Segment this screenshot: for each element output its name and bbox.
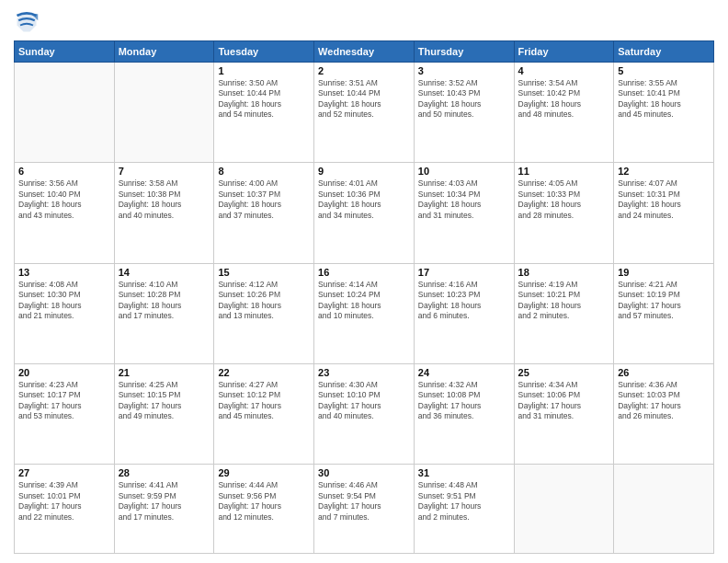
- day-number: 7: [119, 166, 210, 177]
- calendar-cell: 15Sunrise: 4:12 AMSunset: 10:26 PMDaylig…: [214, 263, 314, 363]
- day-number: 21: [119, 367, 210, 378]
- calendar-cell: 20Sunrise: 4:23 AMSunset: 10:17 PMDaylig…: [15, 363, 115, 464]
- day-number: 26: [618, 367, 710, 378]
- calendar-table: SundayMondayTuesdayWednesdayThursdayFrid…: [14, 40, 714, 554]
- weekday-header-row: SundayMondayTuesdayWednesdayThursdayFrid…: [15, 41, 714, 63]
- calendar-cell: 17Sunrise: 4:16 AMSunset: 10:23 PMDaylig…: [414, 263, 514, 363]
- weekday-header-monday: Monday: [114, 41, 214, 63]
- day-number: 8: [218, 166, 310, 177]
- day-info: Sunrise: 4:19 AMSunset: 10:21 PMDaylight…: [518, 280, 610, 322]
- calendar-cell: [15, 63, 115, 163]
- day-info: Sunrise: 4:36 AMSunset: 10:03 PMDaylight…: [618, 380, 710, 422]
- day-number: 6: [18, 166, 110, 177]
- day-number: 23: [318, 367, 410, 378]
- day-number: 11: [518, 166, 610, 177]
- day-number: 16: [318, 267, 410, 278]
- calendar-cell: 30Sunrise: 4:46 AMSunset: 9:54 PMDayligh…: [314, 465, 415, 554]
- calendar-cell: 28Sunrise: 4:41 AMSunset: 9:59 PMDayligh…: [114, 465, 214, 554]
- day-number: 12: [618, 166, 710, 177]
- weekday-header-thursday: Thursday: [414, 41, 514, 63]
- page: SundayMondayTuesdayWednesdayThursdayFrid…: [0, 0, 728, 563]
- day-info: Sunrise: 4:48 AMSunset: 9:51 PMDaylight:…: [418, 480, 510, 523]
- calendar-cell: 27Sunrise: 4:39 AMSunset: 10:01 PMDaylig…: [15, 465, 115, 554]
- day-info: Sunrise: 4:16 AMSunset: 10:23 PMDaylight…: [418, 280, 510, 322]
- day-info: Sunrise: 3:54 AMSunset: 10:42 PMDaylight…: [518, 78, 610, 121]
- day-number: 14: [119, 267, 210, 278]
- day-number: 24: [418, 367, 510, 378]
- day-number: 28: [119, 467, 210, 478]
- calendar-cell: 6Sunrise: 3:56 AMSunset: 10:40 PMDayligh…: [15, 163, 115, 263]
- day-info: Sunrise: 3:56 AMSunset: 10:40 PMDaylight…: [18, 178, 110, 221]
- day-number: 17: [418, 267, 510, 278]
- day-info: Sunrise: 4:44 AMSunset: 9:56 PMDaylight:…: [218, 480, 310, 523]
- calendar-cell: 4Sunrise: 3:54 AMSunset: 10:42 PMDayligh…: [514, 63, 614, 163]
- calendar-week-3: 13Sunrise: 4:08 AMSunset: 10:30 PMDaylig…: [15, 263, 714, 363]
- calendar-cell: 25Sunrise: 4:34 AMSunset: 10:06 PMDaylig…: [514, 363, 614, 464]
- day-info: Sunrise: 4:08 AMSunset: 10:30 PMDaylight…: [18, 280, 110, 322]
- day-number: 19: [618, 267, 710, 278]
- calendar-cell: 12Sunrise: 4:07 AMSunset: 10:31 PMDaylig…: [614, 163, 714, 263]
- day-number: 5: [618, 65, 710, 76]
- calendar-cell: 22Sunrise: 4:27 AMSunset: 10:12 PMDaylig…: [214, 363, 314, 464]
- calendar-week-5: 27Sunrise: 4:39 AMSunset: 10:01 PMDaylig…: [15, 465, 714, 554]
- calendar-cell: 5Sunrise: 3:55 AMSunset: 10:41 PMDayligh…: [614, 63, 714, 163]
- calendar-cell: 3Sunrise: 3:52 AMSunset: 10:43 PMDayligh…: [414, 63, 514, 163]
- calendar-cell: 23Sunrise: 4:30 AMSunset: 10:10 PMDaylig…: [314, 363, 415, 464]
- calendar-cell: 7Sunrise: 3:58 AMSunset: 10:38 PMDayligh…: [114, 163, 214, 263]
- day-info: Sunrise: 3:55 AMSunset: 10:41 PMDaylight…: [618, 78, 710, 121]
- day-number: 22: [218, 367, 310, 378]
- calendar-week-4: 20Sunrise: 4:23 AMSunset: 10:17 PMDaylig…: [15, 363, 714, 464]
- weekday-header-sunday: Sunday: [15, 41, 115, 63]
- day-info: Sunrise: 4:30 AMSunset: 10:10 PMDaylight…: [318, 380, 410, 422]
- day-info: Sunrise: 4:46 AMSunset: 9:54 PMDaylight:…: [318, 480, 410, 523]
- day-number: 31: [418, 467, 510, 478]
- day-info: Sunrise: 4:27 AMSunset: 10:12 PMDaylight…: [218, 380, 310, 422]
- calendar-cell: 11Sunrise: 4:05 AMSunset: 10:33 PMDaylig…: [514, 163, 614, 263]
- calendar-cell: [114, 63, 214, 163]
- day-info: Sunrise: 4:34 AMSunset: 10:06 PMDaylight…: [518, 380, 610, 422]
- day-number: 9: [318, 166, 410, 177]
- day-info: Sunrise: 3:58 AMSunset: 10:38 PMDaylight…: [119, 178, 210, 221]
- day-info: Sunrise: 4:03 AMSunset: 10:34 PMDaylight…: [418, 178, 510, 221]
- calendar-cell: 24Sunrise: 4:32 AMSunset: 10:08 PMDaylig…: [414, 363, 514, 464]
- day-number: 15: [218, 267, 310, 278]
- logo: [14, 9, 43, 35]
- day-number: 25: [518, 367, 610, 378]
- day-number: 29: [218, 467, 310, 478]
- day-number: 18: [518, 267, 610, 278]
- day-number: 27: [18, 467, 110, 478]
- weekday-header-tuesday: Tuesday: [214, 41, 314, 63]
- day-number: 3: [418, 65, 510, 76]
- day-info: Sunrise: 4:21 AMSunset: 10:19 PMDaylight…: [618, 280, 710, 322]
- header: [14, 9, 714, 35]
- calendar-cell: [614, 465, 714, 554]
- day-number: 13: [18, 267, 110, 278]
- calendar-cell: 18Sunrise: 4:19 AMSunset: 10:21 PMDaylig…: [514, 263, 614, 363]
- calendar-cell: 10Sunrise: 4:03 AMSunset: 10:34 PMDaylig…: [414, 163, 514, 263]
- weekday-header-saturday: Saturday: [614, 41, 714, 63]
- day-number: 30: [318, 467, 410, 478]
- day-number: 1: [218, 65, 310, 76]
- day-info: Sunrise: 4:39 AMSunset: 10:01 PMDaylight…: [18, 480, 110, 523]
- day-info: Sunrise: 3:52 AMSunset: 10:43 PMDaylight…: [418, 78, 510, 121]
- calendar-cell: 9Sunrise: 4:01 AMSunset: 10:36 PMDayligh…: [314, 163, 415, 263]
- calendar-cell: 16Sunrise: 4:14 AMSunset: 10:24 PMDaylig…: [314, 263, 415, 363]
- day-info: Sunrise: 4:23 AMSunset: 10:17 PMDaylight…: [18, 380, 110, 422]
- calendar-cell: 21Sunrise: 4:25 AMSunset: 10:15 PMDaylig…: [114, 363, 214, 464]
- day-info: Sunrise: 3:51 AMSunset: 10:44 PMDaylight…: [318, 78, 410, 121]
- day-info: Sunrise: 4:10 AMSunset: 10:28 PMDaylight…: [119, 280, 210, 322]
- calendar-cell: [514, 465, 614, 554]
- weekday-header-wednesday: Wednesday: [314, 41, 415, 63]
- day-info: Sunrise: 4:00 AMSunset: 10:37 PMDaylight…: [218, 178, 310, 221]
- calendar-cell: 8Sunrise: 4:00 AMSunset: 10:37 PMDayligh…: [214, 163, 314, 263]
- logo-icon: [14, 9, 40, 35]
- day-info: Sunrise: 4:32 AMSunset: 10:08 PMDaylight…: [418, 380, 510, 422]
- day-info: Sunrise: 4:12 AMSunset: 10:26 PMDaylight…: [218, 280, 310, 322]
- calendar-cell: 31Sunrise: 4:48 AMSunset: 9:51 PMDayligh…: [414, 465, 514, 554]
- calendar-cell: 26Sunrise: 4:36 AMSunset: 10:03 PMDaylig…: [614, 363, 714, 464]
- day-info: Sunrise: 4:41 AMSunset: 9:59 PMDaylight:…: [119, 480, 210, 523]
- day-number: 10: [418, 166, 510, 177]
- calendar-week-1: 1Sunrise: 3:50 AMSunset: 10:44 PMDayligh…: [15, 63, 714, 163]
- day-info: Sunrise: 3:50 AMSunset: 10:44 PMDaylight…: [218, 78, 310, 121]
- day-number: 20: [18, 367, 110, 378]
